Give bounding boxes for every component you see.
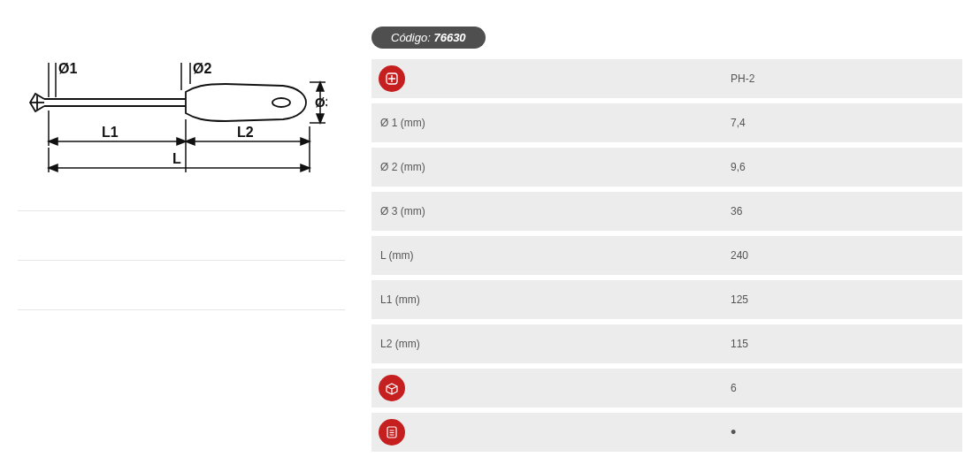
spec-label: L1 (mm) (377, 293, 731, 306)
spec-label: L2 (mm) (377, 338, 731, 350)
spec-row: Ø 3 (mm) 36 (371, 192, 962, 231)
svg-marker-25 (49, 164, 57, 171)
spec-label: Ø 3 (mm) (377, 205, 731, 217)
spec-label: L (mm) (377, 249, 731, 262)
spec-row: L1 (mm) 125 (371, 280, 962, 319)
divider (18, 260, 345, 261)
spec-value: PH-2 (731, 72, 754, 85)
spec-label: Ø 1 (mm) (377, 117, 731, 129)
spec-value: 36 (731, 205, 742, 217)
spec-value: 125 (731, 293, 748, 306)
spec-row: • (371, 413, 962, 452)
code-label: Código: (391, 31, 431, 44)
box-icon (379, 375, 405, 401)
diagram-label-d1: Ø1 (58, 61, 77, 76)
spec-value: 115 (731, 338, 748, 350)
diagram-label-l1: L1 (102, 125, 119, 140)
product-code-badge: Código: 76630 (371, 27, 486, 49)
spec-row: L2 (mm) 115 (371, 324, 962, 363)
screwdriver-diagram: Ø1 Ø2 Ø3 L1 L2 L (18, 31, 327, 181)
diagram-column: Ø1 Ø2 Ø3 L1 L2 L (18, 27, 345, 452)
svg-marker-13 (317, 114, 324, 123)
svg-point-4 (272, 98, 290, 107)
svg-marker-17 (49, 138, 57, 145)
spec-row: L (mm) 240 (371, 236, 962, 275)
phillips-tip-icon (379, 65, 405, 92)
pack-icon (379, 419, 405, 446)
spec-value: 6 (731, 382, 737, 394)
spec-value: 7,4 (731, 117, 746, 129)
svg-marker-26 (301, 164, 310, 171)
code-value: 76630 (433, 31, 465, 44)
svg-marker-21 (186, 138, 195, 145)
diagram-label-d2: Ø2 (193, 61, 211, 76)
diagram-label-l: L (172, 151, 181, 166)
spec-row: 6 (371, 369, 962, 407)
svg-marker-12 (317, 82, 324, 91)
diagram-label-l2: L2 (237, 125, 254, 140)
spec-value: 240 (731, 249, 748, 262)
diagram-label-d3: Ø3 (315, 95, 327, 110)
spec-label: Ø 2 (mm) (377, 161, 731, 173)
spec-row: Ø 2 (mm) 9,6 (371, 148, 962, 187)
divider (18, 210, 345, 211)
spec-value: • (731, 424, 736, 440)
svg-marker-22 (301, 138, 310, 145)
spec-row: PH-2 (371, 59, 962, 98)
spec-value: 9,6 (731, 161, 746, 173)
spec-column: Código: 76630 PH-2 Ø 1 (mm) 7,4 Ø 2 (mm)… (371, 27, 962, 452)
spec-row: Ø 1 (mm) 7,4 (371, 103, 962, 142)
divider (18, 309, 345, 310)
